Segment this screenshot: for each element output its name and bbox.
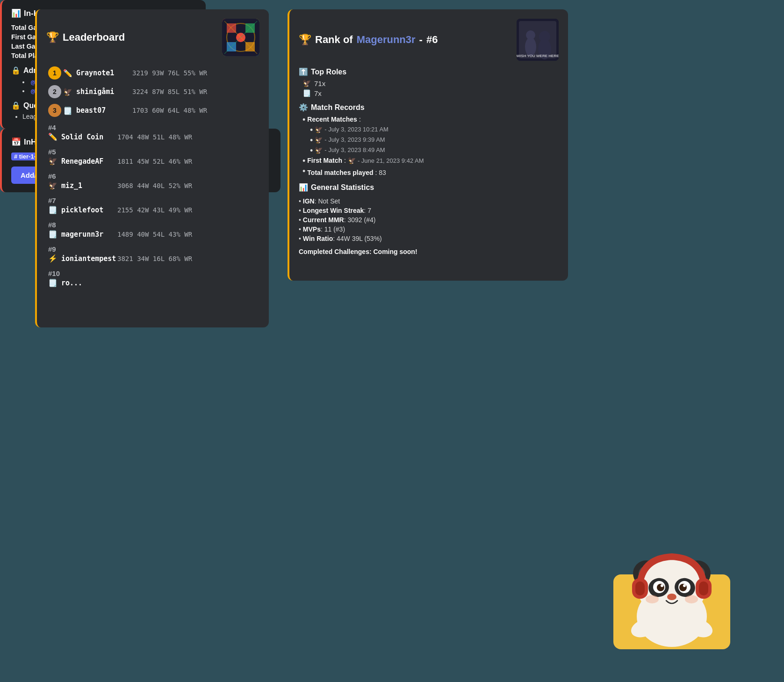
- bullet-icon: •: [302, 157, 305, 165]
- win-streak-value: 7: [367, 207, 371, 214]
- table-row: 🦅 RenegadeAF 1811 45W 52L 46% WR: [46, 157, 259, 168]
- sub-bullet: •: [310, 136, 313, 145]
- player-name-5: RenegadeAF: [61, 157, 117, 166]
- rank-icon-5: 🦅: [48, 157, 58, 166]
- top-roles-icon: ⬆️: [299, 67, 308, 76]
- match-records-title: Match Records: [311, 103, 365, 112]
- table-row: 🦅 miz_1 3068 44W 40L 52% WR: [46, 181, 259, 193]
- leaderboard-title: 🏆 Leaderboard: [46, 31, 125, 44]
- mvps-value: 11 (#3): [324, 225, 345, 233]
- mascot: [606, 523, 737, 654]
- svg-point-27: [657, 584, 664, 591]
- mmr-stat: • Current MMR: 3092 (#4): [299, 215, 559, 225]
- admin-grants-icon: 🔒: [11, 66, 21, 75]
- lb-section-divider-9: #9: [46, 241, 259, 254]
- player-name-10: ro...: [61, 279, 117, 287]
- table-row: 🗒️ ro...: [46, 278, 259, 290]
- list-item: • 🦅 - July 3, 2023 8:49 AM: [302, 145, 559, 156]
- list-item: • 🦅 - July 3, 2023 9:39 AM: [302, 135, 559, 145]
- player-stats-9: 3821 34W 16L 68% WR: [117, 255, 192, 262]
- rank-icon-6: 🦅: [48, 181, 58, 190]
- leaderboard-header: 🏆 Leaderboard: [46, 19, 259, 56]
- svg-point-29: [661, 584, 663, 587]
- list-item: • Recent Matches:: [302, 115, 559, 125]
- total-matches-label: Total matches played: [307, 169, 373, 176]
- table-row: 3 🗒️ beast07 1703 60W 64L 48% WR: [46, 101, 259, 120]
- svg-point-31: [667, 594, 676, 600]
- player-stats-6: 3068 44W 40L 52% WR: [117, 182, 192, 189]
- rank-icon-1: ✏️: [63, 69, 72, 78]
- match-records-icon: ⚙️: [299, 103, 308, 112]
- win-ratio-value: 44W 39L (53%): [337, 235, 382, 242]
- rank-badge-1: 1: [48, 66, 61, 80]
- player-stats-4: 1704 48W 51L 48% WR: [117, 133, 192, 141]
- challenges-line: Completed Challenges: Coming soon!: [299, 248, 559, 255]
- player-stats-7: 2155 42W 43L 49% WR: [117, 206, 192, 214]
- table-row: 2 🦅 shinigåmi 3224 87W 85L 51% WR: [46, 82, 259, 101]
- table-row: ⚡ ioniantempest 3821 34W 16L 68% WR: [46, 254, 259, 266]
- svg-point-11: [525, 37, 536, 56]
- table-row: 🗒️ magerunn3r 1489 40W 54L 43% WR: [46, 230, 259, 241]
- role-icon-2: 🗒️: [302, 89, 311, 97]
- rank-badge-2: 2: [48, 85, 61, 98]
- match-icon-1: 🦅: [315, 126, 323, 133]
- player-name-2: shinigåmi: [76, 87, 132, 96]
- leaderboard-avatar: [222, 19, 259, 56]
- ign-stat: • IGN: Not Set: [299, 196, 559, 206]
- mmr-value: 3092 (#4): [347, 216, 375, 224]
- rank-icon-7: 🗒️: [48, 205, 58, 214]
- queue-roles-icon: 🔒: [11, 101, 21, 110]
- player-stats-3: 1703 60W 64L 48% WR: [132, 107, 207, 114]
- bullet-icon: •: [302, 116, 305, 124]
- recent-matches-list: • Recent Matches: • 🦅 - July 3, 2023 10:…: [302, 115, 559, 177]
- challenges-value: Coming soon!: [373, 248, 417, 255]
- table-row: 1 ✏️ Graynote1 3219 93W 76L 55% WR: [46, 64, 259, 82]
- mmr-label: Current MMR: [303, 216, 344, 224]
- rank-header: 🏆 Rank of Magerunn3r - #6 WISH YOU WERE …: [299, 19, 559, 61]
- list-item: • Total matches played : 83: [302, 166, 559, 177]
- first-match-label: First Match: [307, 157, 342, 164]
- role-count-1: 71x: [314, 80, 325, 87]
- player-name-1: Graynote1: [76, 69, 132, 77]
- role-icon-1: 🦅: [302, 79, 311, 87]
- player-name-6: miz_1: [61, 181, 117, 190]
- leaderboard-list: 1 ✏️ Graynote1 3219 93W 76L 55% WR 2 🦅 s…: [46, 64, 259, 290]
- match-records-header: ⚙️ Match Records: [299, 103, 559, 112]
- bullet-icon: •: [302, 167, 305, 175]
- mvps-stat: • MVPs: 11 (#3): [299, 225, 559, 234]
- svg-point-30: [683, 584, 686, 587]
- player-name-9: ioniantempest: [61, 254, 117, 263]
- svg-point-33: [685, 595, 698, 603]
- match-date-1: - July 3, 2023 10:21 AM: [324, 126, 388, 133]
- win-ratio-label: Win Ratio: [303, 235, 333, 242]
- table-row: ✏️ Solid Coin 1704 48W 51L 48% WR: [46, 132, 259, 144]
- rank-separator: -: [419, 34, 423, 46]
- first-match-date: - June 21, 2023 9:42 AM: [358, 157, 424, 164]
- player-stats-2: 3224 87W 85L 51% WR: [132, 88, 207, 95]
- mvps-label: MVPs: [303, 225, 321, 233]
- rank-icon-10: 🗒️: [48, 278, 58, 287]
- lb-section-divider-7: #7: [46, 193, 259, 205]
- rank-icon-9: ⚡: [48, 254, 58, 263]
- list-item: • First Match : 🦅 - June 21, 2023 9:42 A…: [302, 156, 559, 166]
- general-stats-header: 📊 General Statistics: [299, 183, 559, 192]
- player-stats-8: 1489 40W 54L 43% WR: [117, 231, 192, 238]
- sub-bullet: •: [310, 146, 313, 155]
- rank-badge-3: 3: [48, 104, 61, 117]
- rank-icon-3: 🗒️: [63, 106, 72, 115]
- match-icon-2: 🦅: [315, 136, 323, 144]
- player-name-4: Solid Coin: [61, 133, 117, 141]
- player-stats-1: 3219 93W 76L 55% WR: [132, 69, 207, 77]
- recent-matches-label: Recent Matches: [307, 116, 357, 123]
- svg-point-32: [646, 595, 659, 603]
- rank-icon-4: ✏️: [48, 132, 58, 141]
- player-name-8: magerunn3r: [61, 230, 117, 239]
- top-roles-title: Top Roles: [311, 68, 346, 76]
- svg-point-14: [539, 31, 550, 42]
- general-stats-title: General Statistics: [311, 183, 374, 192]
- match-date-2: - July 3, 2023 9:39 AM: [324, 136, 385, 143]
- rank-icon-2: 🦅: [63, 87, 72, 96]
- general-stats-icon: 📊: [299, 183, 308, 192]
- ign-label: IGN: [303, 197, 315, 205]
- ign-value: Not Set: [318, 197, 340, 205]
